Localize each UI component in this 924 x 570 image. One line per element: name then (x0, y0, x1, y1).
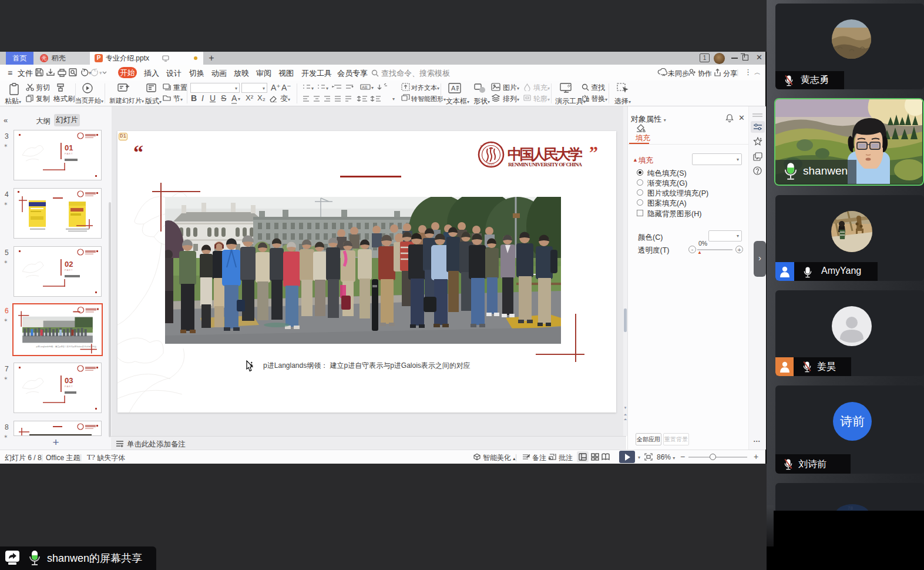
svg-text:M: M (491, 142, 493, 144)
svg-text:▾: ▾ (326, 86, 328, 91)
svg-text:▾: ▾ (371, 85, 374, 90)
svg-text:B: B (587, 98, 589, 102)
svg-text:中国人民大学: 中国人民大学 (508, 146, 583, 162)
svg-text:p进Langlands纲领：建立p进自守表示与p进Galoi: p进Langlands纲领：建立p进自守表示与p进Galois表示之间的对应 (36, 345, 97, 348)
svg-text:· 1 9 3 7 ·: · 1 9 3 7 · (486, 164, 495, 166)
svg-text:RENMIN UNIVERSITY OF CHINA: RENMIN UNIVERSITY OF CHINA (508, 162, 582, 167)
svg-text:P A R T: P A R T (65, 269, 73, 271)
svg-text:01: 01 (65, 143, 73, 152)
svg-text:AB: AB (362, 85, 368, 89)
svg-text:P A R T: P A R T (65, 152, 73, 155)
svg-text:A: A (451, 85, 456, 92)
svg-text:P A R T: P A R T (65, 385, 73, 388)
svg-text:03: 03 (65, 376, 73, 385)
svg-text:▾: ▾ (311, 86, 314, 91)
svg-text:02: 02 (65, 260, 73, 269)
